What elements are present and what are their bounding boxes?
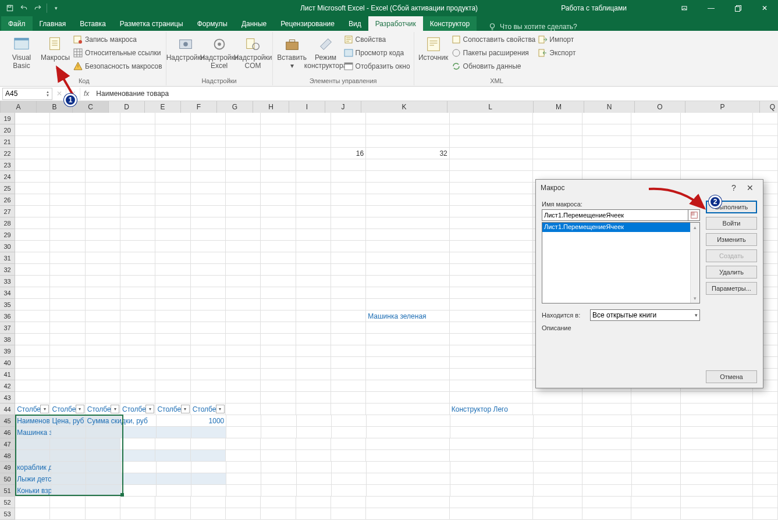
cell[interactable] [753,392,778,404]
name-box[interactable]: A45▲▼ [2,88,52,100]
cell[interactable] [226,206,261,217]
cell[interactable] [155,159,190,171]
cell[interactable] [367,462,450,473]
cell[interactable] [191,159,226,171]
cell[interactable] [191,497,226,508]
cell[interactable] [296,159,331,171]
cell[interactable] [86,485,121,497]
cell[interactable] [226,299,261,310]
cell[interactable] [191,124,226,136]
row-header[interactable]: 34 [0,287,15,299]
cell[interactable] [86,345,120,357]
cell[interactable] [86,264,120,276]
cell[interactable] [296,264,331,276]
cell[interactable] [450,334,534,345]
cell[interactable] [51,473,86,485]
cell[interactable] [450,113,534,124]
cell[interactable] [261,427,296,438]
row-header[interactable]: 51 [0,485,15,497]
cell[interactable] [86,322,120,334]
cell[interactable] [753,473,778,485]
cell[interactable] [296,438,331,450]
cell[interactable] [450,287,534,299]
cell[interactable] [226,473,261,485]
cell[interactable] [86,450,120,462]
formula-value[interactable]: Наименование товара [93,90,169,98]
cell[interactable] [331,404,366,415]
cell[interactable] [331,241,366,252]
cell[interactable]: Конструктор Лего [450,404,534,415]
tab-design[interactable]: Конструктор [423,16,477,31]
cell[interactable] [15,322,50,334]
cell[interactable]: 32 [366,148,450,159]
cell[interactable] [450,357,534,369]
cell[interactable] [120,508,155,520]
cell[interactable] [226,171,261,183]
properties-button[interactable]: Свойства [344,33,410,46]
cell[interactable] [50,159,85,171]
cell[interactable] [50,450,85,462]
cell[interactable] [226,392,261,404]
cell[interactable] [15,380,50,392]
cell[interactable] [753,438,778,450]
tab-file[interactable]: Файл [1,16,33,31]
cell[interactable] [367,427,450,438]
row-header[interactable]: 47 [0,438,15,450]
cell[interactable] [155,171,190,183]
row-header[interactable]: 27 [0,206,15,217]
cell[interactable] [296,183,331,194]
cell[interactable] [632,427,681,438]
cell[interactable] [226,241,261,252]
row-header[interactable]: 46 [0,427,15,438]
cell[interactable] [582,124,632,136]
cell[interactable] [753,485,778,497]
cell[interactable] [450,136,534,148]
located-in-select[interactable]: Все открытые книги▾ [590,309,700,321]
cell[interactable] [681,392,753,404]
cell[interactable]: Лыжи детские [15,473,51,485]
cell[interactable] [191,392,226,404]
cell[interactable] [261,194,296,206]
cell[interactable] [753,497,778,508]
cell[interactable] [155,450,190,462]
cell[interactable] [120,322,155,334]
cell[interactable] [534,473,582,485]
cell[interactable] [534,427,582,438]
cell[interactable] [261,206,296,217]
cell[interactable] [450,497,534,508]
col-header-A[interactable]: A [1,101,37,113]
cell[interactable] [191,217,226,229]
cell[interactable] [753,450,778,462]
cell[interactable] [120,148,155,159]
row-header[interactable]: 50 [0,473,15,485]
tell-me[interactable]: Что вы хотите сделать? [488,23,577,31]
cell[interactable] [296,369,331,380]
cell[interactable] [120,276,155,287]
cell[interactable] [226,183,261,194]
cell[interactable] [681,136,753,148]
row-header[interactable]: 33 [0,276,15,287]
macro-list-item[interactable]: Лист1.ПеремещениеЯчеек [542,223,699,232]
cell[interactable] [120,438,155,450]
row-header[interactable]: 43 [0,392,15,404]
cell[interactable] [51,485,86,497]
cell[interactable] [366,508,450,520]
cell[interactable] [681,159,753,171]
cell[interactable] [261,404,296,415]
cell[interactable] [191,380,226,392]
cell[interactable] [86,357,120,369]
cell[interactable] [155,183,190,194]
cell[interactable] [122,427,157,438]
cell[interactable] [753,159,778,171]
cell[interactable] [450,229,534,241]
cell[interactable] [15,241,50,252]
cell[interactable] [86,276,120,287]
row-header[interactable]: 42 [0,380,15,392]
delete-button[interactable]: Удалить [706,266,757,279]
cell[interactable] [226,450,261,462]
cell[interactable] [753,508,778,520]
cell[interactable] [50,183,85,194]
cell[interactable]: Машинка зеленая [366,310,450,322]
tab-data[interactable]: Данные [235,16,273,31]
cell[interactable] [15,136,50,148]
